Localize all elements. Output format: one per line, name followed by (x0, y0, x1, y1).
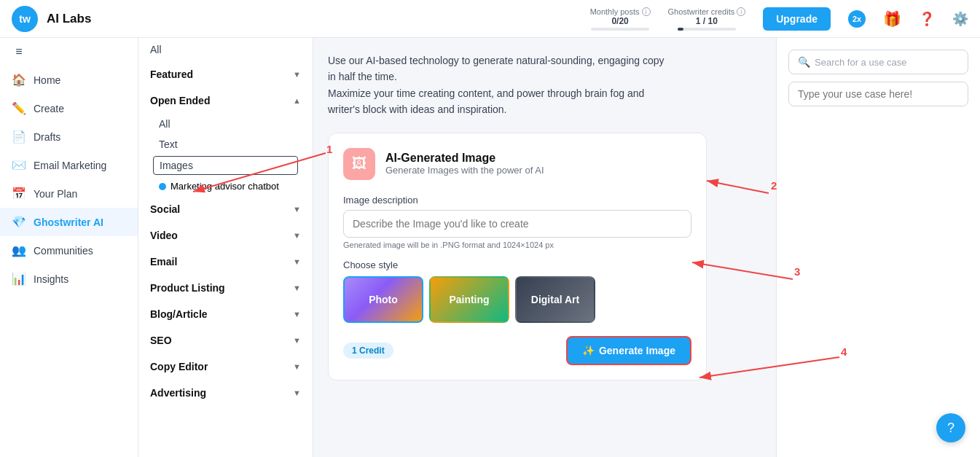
category-video[interactable]: Video ▼ (138, 222, 313, 249)
chatbot-dot-icon (159, 183, 166, 190)
help-button[interactable]: ? (936, 413, 965, 442)
category-panel: All Featured ▼ Open Ended ▲ All Text Ima… (138, 38, 313, 457)
settings-icon[interactable]: ⚙️ (952, 11, 968, 27)
image-description-label: Image description (343, 195, 691, 206)
choose-style-label: Choose style (343, 259, 691, 270)
social-chevron-icon: ▼ (293, 205, 301, 214)
category-email[interactable]: Email ▼ (138, 249, 313, 275)
category-copy-editor[interactable]: Copy Editor ▼ (138, 354, 313, 380)
ghostwriter-credits-bar (678, 28, 736, 31)
card-title: AI-Generated Image (385, 152, 544, 165)
home-icon: 🏠 (12, 73, 26, 87)
sidebar-item-create[interactable]: ✏️ Create (0, 94, 138, 122)
search-icon: 🔍 (798, 56, 810, 68)
content-area: Use our AI-based technology to generate … (313, 38, 776, 457)
copy-editor-chevron-icon: ▼ (293, 362, 301, 371)
2x-badge: 2x (848, 10, 866, 28)
category-blog-article[interactable]: Blog/Article ▼ (138, 301, 313, 327)
category-social[interactable]: Social ▼ (138, 196, 313, 222)
sidebar-item-home[interactable]: 🏠 Home (0, 66, 138, 94)
intro-text: Use our AI-based technology to generate … (328, 52, 761, 118)
search-input[interactable] (788, 82, 968, 106)
insights-icon: 📊 (12, 272, 26, 286)
topnav: tw AI Labs Monthly posts i 0/20 Ghostwri… (0, 0, 980, 38)
sidebar-item-your-plan[interactable]: 📅 Your Plan (0, 179, 138, 208)
monthly-posts-info-icon[interactable]: i (642, 7, 651, 16)
category-product-listing[interactable]: Product Listing ▼ (138, 275, 313, 301)
category-featured[interactable]: Featured ▼ (138, 61, 313, 87)
advertising-chevron-icon: ▼ (293, 388, 301, 397)
search-bar: 🔍 Search for a use case (788, 50, 968, 74)
featured-chevron-icon: ▼ (293, 70, 301, 79)
email-chevron-icon: ▼ (293, 257, 301, 266)
style-digital-option[interactable]: Digital Art (515, 276, 595, 323)
open-ended-chevron-icon: ▲ (293, 96, 301, 105)
video-chevron-icon: ▼ (293, 231, 301, 240)
monthly-posts-bar (591, 28, 649, 31)
category-all[interactable]: All (138, 38, 313, 61)
blog-article-chevron-icon: ▼ (293, 310, 301, 319)
card-icon: 🖼 (343, 148, 375, 180)
sidebar-item-email-marketing[interactable]: ✉️ Email Marketing (0, 151, 138, 179)
sidebar-toggle[interactable]: ≡ (0, 38, 138, 66)
upgrade-button[interactable]: Upgrade (763, 7, 831, 31)
product-listing-chevron-icon: ▼ (293, 284, 301, 292)
logo: tw (12, 6, 38, 32)
style-options: Photo Painting Digital Art (343, 276, 691, 323)
subitem-images[interactable]: Images (153, 156, 298, 175)
nav-stats: Monthly posts i 0/20 Ghostwriter credits… (590, 7, 968, 31)
menu-icon: ≡ (12, 45, 26, 58)
sidebar-item-insights[interactable]: 📊 Insights (0, 265, 138, 293)
sidebar-item-ghostwriter-ai[interactable]: 💎 Ghostwriter AI (0, 208, 138, 236)
seo-chevron-icon: ▼ (293, 336, 301, 345)
gift-icon[interactable]: 🎁 (883, 10, 901, 28)
ghostwriter-credits-stat: Ghostwriter credits i 1 / 10 (668, 7, 746, 31)
monthly-posts-value: 0/20 (611, 16, 628, 26)
email-icon: ✉️ (12, 158, 26, 172)
communities-icon: 👥 (12, 243, 26, 257)
subitem-all[interactable]: All (138, 114, 313, 134)
sparkle-icon: ✨ (582, 345, 595, 356)
ghostwriter-credits-info-icon[interactable]: i (737, 7, 745, 16)
card-footer: 1 Credit ✨ Generate Image (343, 336, 691, 365)
image-hint: Generated image will be in .PNG format a… (343, 241, 691, 249)
card-header: 🖼 AI-Generated Image Generate Images wit… (343, 148, 691, 180)
category-open-ended[interactable]: Open Ended ▲ (138, 87, 313, 114)
right-panel: 🔍 Search for a use case (776, 38, 980, 457)
style-photo-option[interactable]: Photo (343, 276, 423, 323)
credit-badge: 1 Credit (343, 343, 393, 359)
style-painting-option[interactable]: Painting (429, 276, 509, 323)
ai-image-card: 🖼 AI-Generated Image Generate Images wit… (328, 133, 707, 380)
category-advertising[interactable]: Advertising ▼ (138, 380, 313, 406)
diamond-icon: 💎 (12, 215, 26, 229)
monthly-posts-stat: Monthly posts i 0/20 (590, 7, 651, 31)
ghostwriter-credits-value: 1 / 10 (696, 16, 718, 26)
chatbot-item[interactable]: Marketing advisor chatbot (138, 176, 313, 196)
card-subtitle: Generate Images with the power of AI (385, 165, 544, 176)
drafts-icon: 📄 (12, 130, 26, 144)
create-icon: ✏️ (12, 101, 26, 115)
main-layout: ≡ 🏠 Home ✏️ Create 📄 Drafts ✉️ Email Mar… (0, 38, 980, 457)
sidebar-item-drafts[interactable]: 📄 Drafts (0, 122, 138, 151)
image-description-input[interactable] (343, 210, 691, 238)
sidebar: ≡ 🏠 Home ✏️ Create 📄 Drafts ✉️ Email Mar… (0, 38, 138, 457)
sidebar-item-communities[interactable]: 👥 Communities (0, 236, 138, 265)
subitem-text[interactable]: Text (138, 134, 313, 155)
help-nav-icon[interactable]: ❓ (919, 11, 935, 27)
category-seo[interactable]: SEO ▼ (138, 327, 313, 354)
calendar-icon: 📅 (12, 187, 26, 200)
generate-image-button[interactable]: ✨ Generate Image (566, 336, 691, 365)
app-title: AI Labs (47, 12, 91, 26)
